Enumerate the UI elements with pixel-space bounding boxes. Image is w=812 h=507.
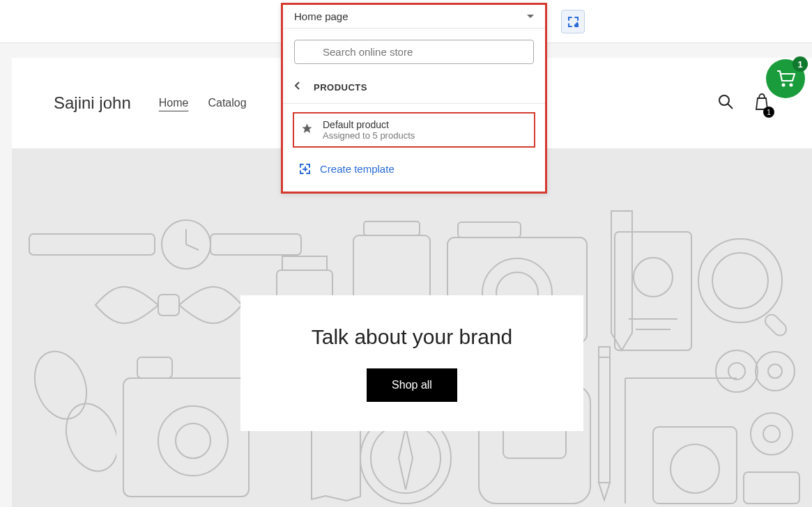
cart-count-badge: 1	[763, 107, 774, 118]
svg-line-4	[728, 104, 733, 109]
svg-marker-31	[599, 483, 610, 500]
svg-rect-51	[744, 472, 799, 504]
svg-marker-2	[302, 123, 312, 132]
eraser-doodle	[270, 214, 339, 305]
pencil-doodle	[590, 343, 618, 504]
create-template-label: Create template	[320, 163, 394, 175]
svg-rect-13	[123, 378, 249, 497]
cart-fab-button[interactable]: 1	[766, 59, 805, 98]
search-section	[283, 29, 545, 75]
svg-point-49	[751, 413, 792, 455]
svg-point-22	[371, 423, 441, 493]
camera-doodle	[116, 350, 256, 504]
svg-point-12	[57, 396, 116, 478]
svg-point-11	[33, 344, 95, 426]
inspector-tool-button[interactable]	[561, 10, 585, 33]
default-product-title: Default product	[323, 119, 415, 130]
svg-point-48	[671, 444, 719, 493]
page-selector-current[interactable]: Home page	[283, 5, 545, 29]
products-label: PRODUCTS	[314, 82, 367, 93]
tape2-doodle	[733, 406, 810, 507]
cart-icon	[776, 70, 795, 88]
caret-down-icon	[527, 15, 534, 18]
svg-point-52	[782, 84, 786, 87]
cart-fab-badge: 1	[792, 56, 808, 72]
svg-rect-19	[353, 235, 430, 305]
watch-doodle	[26, 217, 305, 272]
svg-point-50	[763, 426, 780, 442]
svg-line-9	[186, 244, 199, 250]
create-template-row[interactable]: Create template	[283, 156, 545, 192]
svg-rect-34	[615, 232, 691, 350]
svg-rect-5	[29, 234, 155, 255]
search-input[interactable]	[294, 40, 534, 64]
svg-rect-10	[158, 295, 179, 315]
svg-point-3	[719, 95, 729, 105]
svg-rect-47	[653, 427, 737, 504]
svg-point-35	[634, 258, 673, 297]
svg-marker-23	[399, 427, 413, 490]
svg-rect-14	[137, 357, 172, 378]
svg-rect-40	[763, 312, 788, 338]
inspector-icon	[568, 17, 579, 27]
default-product-subtitle: Assigned to 5 products	[323, 130, 415, 141]
svg-rect-20	[364, 221, 420, 235]
ruler-camera-doodle	[618, 371, 744, 507]
nav-link-home[interactable]: Home	[159, 97, 189, 109]
store-name: Sajini john	[54, 93, 131, 113]
glasses-doodle	[33, 343, 116, 483]
header-search-icon[interactable]	[717, 93, 734, 113]
chevron-left-icon	[294, 81, 301, 93]
bowtie-doodle	[89, 274, 249, 336]
hero-background: Talk about your brand Shop all	[12, 148, 812, 507]
svg-point-15	[158, 406, 228, 476]
page-selector-dropdown: Home page PRODUCTS Default product Assig…	[281, 3, 547, 194]
products-back-row[interactable]: PRODUCTS	[283, 75, 545, 104]
page-selector-current-label: Home page	[294, 10, 348, 22]
svg-point-53	[790, 84, 793, 87]
default-product-item[interactable]: Default product Assigned to 5 products	[293, 112, 535, 148]
svg-point-43	[756, 352, 795, 391]
star-icon	[301, 123, 313, 138]
add-template-icon	[300, 164, 310, 174]
svg-point-38	[698, 239, 782, 322]
svg-point-44	[768, 364, 782, 378]
nav-link-catalog[interactable]: Catalog	[208, 97, 246, 109]
svg-point-16	[176, 423, 210, 458]
passport-doodle	[611, 228, 695, 354]
svg-rect-30	[599, 357, 610, 483]
hero-card: Talk about your brand Shop all	[240, 295, 583, 431]
svg-point-39	[712, 253, 768, 309]
shop-all-button[interactable]: Shop all	[367, 368, 457, 402]
svg-rect-18	[282, 256, 327, 270]
magnifier-doodle	[691, 232, 803, 343]
svg-rect-25	[458, 222, 521, 237]
hero-title: Talk about your brand	[312, 325, 513, 349]
header-cart-button[interactable]: 1	[753, 93, 770, 114]
